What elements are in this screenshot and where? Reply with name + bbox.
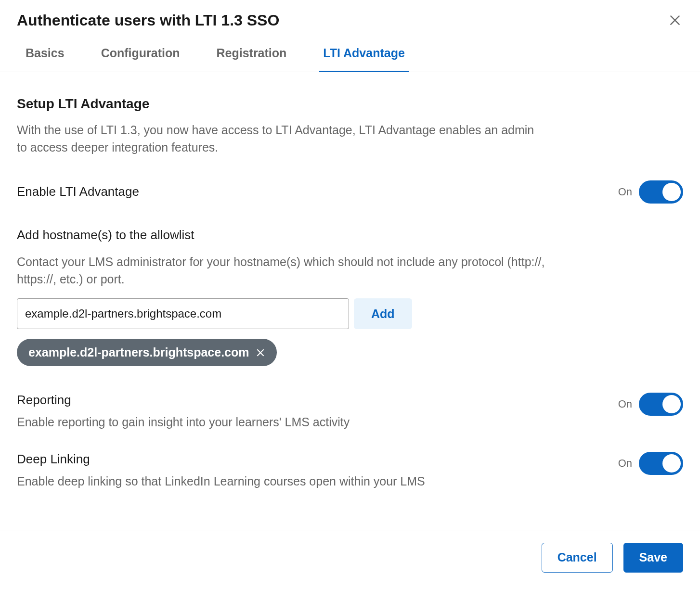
hostname-input[interactable] bbox=[17, 298, 349, 329]
deeplinking-title: Deep Linking bbox=[17, 452, 618, 467]
lti-settings-dialog: Authenticate users with LTI 1.3 SSO Basi… bbox=[0, 0, 700, 584]
tab-configuration[interactable]: Configuration bbox=[97, 46, 184, 72]
enable-lti-label: Enable LTI Advantage bbox=[17, 184, 139, 199]
deeplinking-state: On bbox=[618, 457, 632, 470]
reporting-toggle[interactable] bbox=[639, 393, 683, 416]
reporting-description: Enable reporting to gain insight into yo… bbox=[17, 413, 618, 431]
allowlist-title: Add hostname(s) to the allowlist bbox=[17, 228, 683, 243]
allowlist-chips: example.d2l-partners.brightspace.com bbox=[17, 339, 683, 366]
tab-basics[interactable]: Basics bbox=[22, 46, 68, 72]
cancel-button[interactable]: Cancel bbox=[542, 543, 613, 573]
close-icon bbox=[668, 13, 682, 27]
hostname-chip-label: example.d2l-partners.brightspace.com bbox=[28, 345, 249, 359]
reporting-state: On bbox=[618, 398, 632, 410]
remove-hostname-button[interactable] bbox=[256, 348, 265, 358]
tab-lti-advantage[interactable]: LTI Advantage bbox=[319, 46, 408, 72]
enable-lti-toggle-wrap: On bbox=[618, 180, 683, 204]
allowlist-section: Add hostname(s) to the allowlist Contact… bbox=[17, 228, 683, 367]
dialog-title: Authenticate users with LTI 1.3 SSO bbox=[17, 12, 279, 29]
toggle-knob bbox=[662, 183, 681, 201]
tab-registration[interactable]: Registration bbox=[212, 46, 290, 72]
toggle-knob bbox=[662, 395, 681, 413]
close-icon bbox=[256, 348, 265, 358]
deeplinking-block: Deep Linking Enable deep linking so that… bbox=[17, 452, 683, 490]
allowlist-description: Contact your LMS administrator for your … bbox=[17, 253, 546, 288]
allowlist-input-row: Add bbox=[17, 298, 683, 329]
add-hostname-button[interactable]: Add bbox=[354, 298, 412, 329]
tab-content: Setup LTI Advantage With the use of LTI … bbox=[0, 72, 700, 531]
save-button[interactable]: Save bbox=[623, 543, 683, 573]
toggle-knob bbox=[662, 454, 681, 473]
section-description: With the use of LTI 1.3, you now have ac… bbox=[17, 121, 546, 156]
deeplinking-description: Enable deep linking so that LinkedIn Lea… bbox=[17, 473, 618, 490]
reporting-title: Reporting bbox=[17, 393, 618, 408]
dialog-footer: Cancel Save bbox=[0, 531, 700, 584]
deeplinking-toggle-wrap: On bbox=[618, 452, 683, 475]
enable-lti-toggle[interactable] bbox=[639, 180, 683, 204]
close-button[interactable] bbox=[664, 10, 686, 31]
reporting-block: Reporting Enable reporting to gain insig… bbox=[17, 393, 683, 431]
tab-bar: Basics Configuration Registration LTI Ad… bbox=[0, 31, 700, 72]
reporting-toggle-wrap: On bbox=[618, 393, 683, 416]
deeplinking-toggle[interactable] bbox=[639, 452, 683, 475]
hostname-chip: example.d2l-partners.brightspace.com bbox=[17, 339, 277, 366]
enable-lti-state: On bbox=[618, 186, 632, 198]
section-title: Setup LTI Advantage bbox=[17, 96, 683, 112]
enable-lti-row: Enable LTI Advantage On bbox=[17, 180, 683, 204]
dialog-header: Authenticate users with LTI 1.3 SSO bbox=[0, 0, 700, 31]
